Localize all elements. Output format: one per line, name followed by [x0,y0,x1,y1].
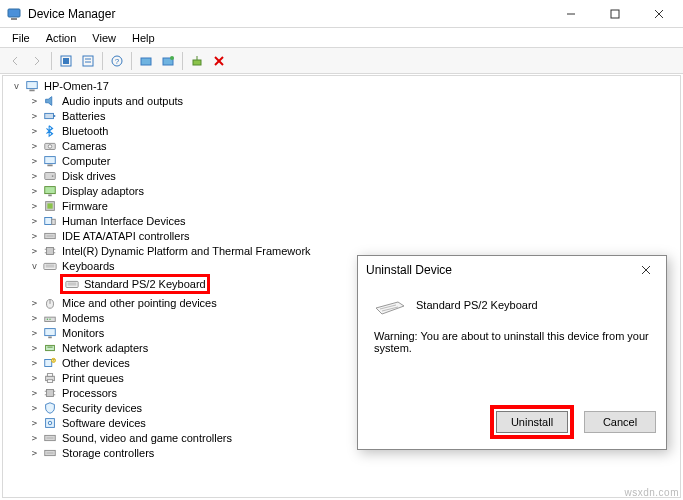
menu-view[interactable]: View [84,30,124,46]
expander-icon[interactable]: > [29,215,40,226]
expander-icon[interactable]: > [29,417,40,428]
svg-rect-32 [47,203,52,208]
nav-forward-button[interactable] [26,50,48,72]
device-manager-icon [6,6,22,22]
maximize-button[interactable] [593,0,637,28]
expander-icon[interactable]: > [29,185,40,196]
uninstall-button[interactable]: Uninstall [496,411,568,433]
menu-file[interactable]: File [4,30,38,46]
tree-category[interactable]: >Audio inputs and outputs [7,93,676,108]
dialog-close-button[interactable] [634,258,658,282]
expander-icon[interactable]: > [29,170,40,181]
toolbar: ? [0,48,683,74]
tree-category[interactable]: >Computer [7,153,676,168]
tree-category[interactable]: >Disk drives [7,168,676,183]
toolbar-action-2[interactable] [77,50,99,72]
tree-category-label: Security devices [62,402,142,414]
expander-icon[interactable]: v [29,260,40,271]
svg-rect-26 [47,164,52,166]
expander-icon[interactable]: > [29,327,40,338]
nav-back-button[interactable] [4,50,26,72]
tree-category-label: Other devices [62,357,130,369]
expander-icon[interactable]: > [29,155,40,166]
tree-category-label: Firmware [62,200,108,212]
svg-rect-61 [47,373,52,376]
toolbar-separator [102,52,103,70]
tree-category-label: Storage controllers [62,447,154,459]
tree-category-label: Network adapters [62,342,148,354]
expander-icon[interactable]: v [11,80,22,91]
tree-category-label: Print queues [62,372,124,384]
toolbar-update-button[interactable] [157,50,179,72]
expander-icon[interactable]: > [29,95,40,106]
keyboard-icon [42,259,58,273]
tree-category[interactable]: >Cameras [7,138,676,153]
expander-icon[interactable]: > [29,230,40,241]
category-icon [42,139,58,153]
expander-icon[interactable]: > [29,432,40,443]
toolbar-uninstall-button[interactable] [208,50,230,72]
tree-category[interactable]: >IDE ATA/ATAPI controllers [7,228,676,243]
category-icon [42,401,58,415]
category-icon [42,199,58,213]
toolbar-enable-button[interactable] [186,50,208,72]
tree-category[interactable]: >Bluetooth [7,123,676,138]
expander-icon[interactable]: > [29,372,40,383]
svg-rect-1 [11,18,17,20]
expander-icon[interactable]: > [29,297,40,308]
expander-icon[interactable]: > [29,342,40,353]
tree-category[interactable]: >Batteries [7,108,676,123]
toolbar-help-button[interactable]: ? [106,50,128,72]
svg-rect-33 [45,217,52,224]
svg-rect-37 [47,247,54,254]
tree-category-label: Disk drives [62,170,116,182]
svg-point-51 [47,318,48,319]
computer-icon [24,79,40,93]
dialog-title: Uninstall Device [366,263,634,277]
expander-icon[interactable]: > [29,140,40,151]
tree-category-label: Audio inputs and outputs [62,95,183,107]
category-icon [42,109,58,123]
expander-icon[interactable]: > [29,245,40,256]
expander-icon[interactable]: > [29,200,40,211]
category-icon [42,446,58,460]
highlight-annotation: Standard PS/2 Keyboard [60,274,210,294]
svg-rect-16 [193,60,201,65]
category-icon [42,94,58,108]
tree-category[interactable]: >Display adaptors [7,183,676,198]
expander-icon[interactable]: > [29,447,40,458]
tree-root[interactable]: v HP-Omen-17 [7,78,676,93]
svg-rect-57 [45,359,52,366]
window-title: Device Manager [28,7,549,21]
svg-rect-0 [8,9,20,17]
svg-rect-22 [54,115,56,117]
dialog-body: Standard PS/2 Keyboard Warning: You are … [358,284,666,354]
close-button[interactable] [637,0,681,28]
svg-text:?: ? [115,57,120,66]
window-controls [549,0,681,28]
category-icon [42,431,58,445]
menu-help[interactable]: Help [124,30,163,46]
category-icon [42,124,58,138]
tree-category-label: Modems [62,312,104,324]
tree-category[interactable]: >Human Interface Devices [7,213,676,228]
expander-icon[interactable]: > [29,312,40,323]
expander-icon[interactable]: > [29,125,40,136]
expander-icon[interactable]: > [29,357,40,368]
expander-icon[interactable]: > [29,110,40,121]
dialog-device-name: Standard PS/2 Keyboard [416,299,538,311]
menu-action[interactable]: Action [38,30,85,46]
tree-category-label: Batteries [62,110,105,122]
toolbar-action-1[interactable] [55,50,77,72]
expander-icon[interactable]: > [29,387,40,398]
watermark: wsxdn.com [624,487,679,498]
tree-category-label: Bluetooth [62,125,108,137]
tree-category[interactable]: >Firmware [7,198,676,213]
minimize-button[interactable] [549,0,593,28]
svg-rect-29 [45,186,56,193]
toolbar-scan-button[interactable] [135,50,157,72]
category-icon [42,371,58,385]
expander-icon[interactable]: > [29,402,40,413]
cancel-button[interactable]: Cancel [584,411,656,433]
keyboard-icon [64,277,80,291]
